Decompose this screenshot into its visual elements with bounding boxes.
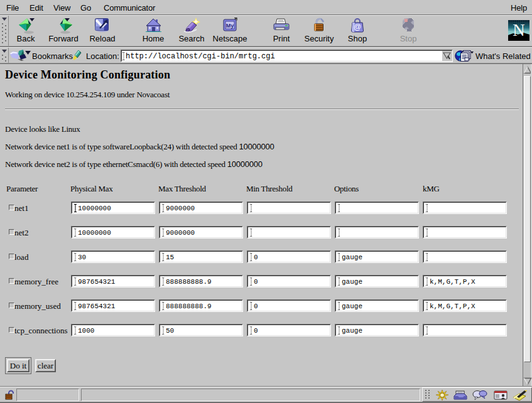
svg-text:My: My [226, 23, 234, 29]
svg-text:N: N [513, 21, 525, 40]
svg-text:@: @ [354, 23, 361, 31]
